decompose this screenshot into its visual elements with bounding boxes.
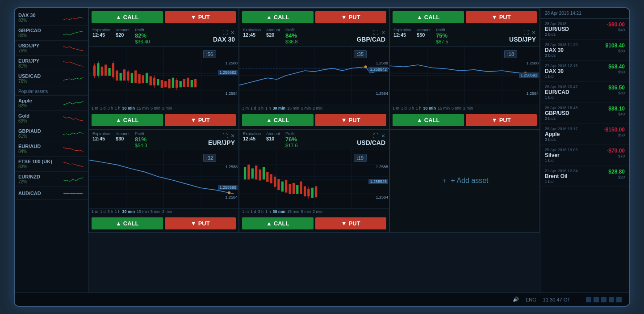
timer-dax30: :56 (203, 50, 216, 58)
sidebar-item-eurnzd[interactable]: EUR/NZD 72% (15, 172, 88, 187)
panel-header-gbpcad: Expiration 12:45 Amount $20 Profit 84% $… (239, 26, 389, 47)
put-button-dax30-b[interactable]: ▼ PUT (165, 114, 236, 126)
panel-top-usdjpy: ▲ CALL ▼ PUT (390, 8, 539, 26)
panel-usdjpy: ▲ CALL ▼ PUT Expiration 12:45 (389, 8, 540, 129)
sidebar-item-ftse[interactable]: FTSE 100 (UK) 83% (15, 157, 88, 172)
svg-point-48 (364, 65, 367, 68)
close-icon-usdjpy[interactable]: ✕ (531, 30, 536, 36)
panel-header-eurjpy: Expiration 12:45 Amount $30 Profit 81% $… (89, 130, 238, 150)
svg-rect-75 (259, 170, 261, 180)
grid-btn-3[interactable] (601, 297, 606, 302)
expand-icon-gbpcad[interactable]: ⛶ (373, 30, 378, 36)
panel-bottom-eurjpy: ▲ CALL ▼ PUT (89, 215, 238, 232)
grid-btn-4[interactable] (609, 297, 614, 302)
grid-btn-2[interactable] (594, 297, 599, 302)
call-button-usdjpy[interactable]: ▲ CALL (393, 11, 464, 23)
sidebar-item-gbpcad[interactable]: GBP/CAD 80% (15, 25, 88, 41)
put-button-usdjpy[interactable]: ▼ PUT (466, 11, 537, 23)
svg-rect-30 (165, 81, 167, 87)
chart-eurjpy: :32 1.2588 1.2584 1.258598 (89, 150, 238, 208)
sidebar-item-apple[interactable]: Apple 82% (15, 96, 88, 111)
svg-rect-31 (168, 79, 170, 88)
svg-point-64 (228, 191, 230, 194)
call-button-gbpcad[interactable]: ▲ CALL (242, 11, 314, 23)
svg-rect-15 (116, 71, 118, 81)
close-icon-eurjpy[interactable]: ✕ (230, 133, 235, 139)
terminal: DAX 30 82% GBP/CAD 80% USD/JPY (14, 7, 630, 307)
call-button-usdcad-b[interactable]: ▲ CALL (242, 217, 314, 229)
panel-header-usdjpy: Expiration 12:45 Amount $50 Profit 75% $… (390, 26, 539, 47)
panel-header-usdcad: Expiration 12:45 Amount $10 Profit 76% $… (239, 130, 389, 150)
panel-eurjpy: Expiration 12:45 Amount $30 Profit 81% $… (88, 129, 239, 233)
history-item-silver[interactable]: 25 Apr 2016 19:05 Silver 1 bid -$70.00 $… (540, 145, 629, 166)
history-item-eurcad[interactable]: 26 Apr 2016 20:47 EUR/CAD 1 bid $36.50 $… (540, 82, 629, 103)
sidebar-item-gold[interactable]: Gold 69% (15, 111, 88, 126)
call-button-dax30[interactable]: ▲ CALL (92, 11, 163, 23)
grid-btn-5[interactable] (616, 297, 622, 302)
sidebar-item-dax30[interactable]: DAX 30 82% (15, 10, 88, 25)
sidebar-item-eurjpy[interactable]: EUR/JPY 81% (15, 56, 88, 71)
call-button-dax30-b[interactable]: ▲ CALL (92, 114, 163, 126)
timeframe-bar-gbpcad: 1 m 1 d 3 h 1 h 30 min 15 min 5 min 2 mi… (239, 105, 389, 111)
svg-rect-21 (135, 71, 137, 83)
put-button-usdjpy-b[interactable]: ▼ PUT (466, 114, 537, 126)
main-content: ▲ CALL ▼ PUT Expiration 12:45 (88, 8, 540, 293)
history-item-dax30-2[interactable]: 27 Apr 2016 12:15 DAX 30 1 bid $68.40 $5… (540, 61, 629, 82)
grid-btn-1[interactable] (586, 297, 591, 302)
svg-rect-81 (278, 179, 280, 190)
sidebar-item-audcad[interactable]: AUD/CAD (15, 187, 88, 200)
volume-icon[interactable]: 🔊 (513, 297, 519, 302)
sidebar-item-usdcad[interactable]: USD/CAD 76% (15, 71, 88, 86)
panel-usdcad: Expiration 12:45 Amount $10 Profit 76% $… (239, 129, 389, 233)
timer-usdjpy: :18 (504, 50, 517, 58)
add-asset-button[interactable]: ＋ + Add asset (441, 176, 488, 186)
history-item-dax30-1[interactable]: 28 Apr 2016 11:20 DAX 30 3 bids $108.40 … (540, 40, 629, 61)
sidebar-item-usdjpy[interactable]: USD/JPY 75% (15, 41, 88, 56)
svg-rect-17 (123, 70, 125, 81)
add-asset-panel[interactable]: ＋ + Add asset (389, 129, 540, 233)
timer-usdcad: :19 (354, 154, 367, 162)
sidebar-item-euraud[interactable]: EUR/AUD 84% (15, 141, 88, 157)
svg-rect-10 (101, 67, 103, 75)
language-selector[interactable]: ENG (526, 297, 536, 302)
svg-rect-23 (142, 76, 144, 83)
history-header: 28 Apr 2016 14:21 (540, 8, 629, 19)
call-button-gbpcad-b[interactable]: ▲ CALL (242, 114, 314, 126)
clock: 11:30:47 GT (543, 297, 570, 302)
put-button-eurjpy-b[interactable]: ▼ PUT (165, 217, 236, 229)
expand-icon-dax30[interactable]: ⛶ (222, 30, 228, 36)
panel-bottom-usdcad: ▲ CALL ▼ PUT (239, 215, 389, 232)
history-item-apple[interactable]: 25 Apr 2016 19:17 Apple 3 bids -$150.00 … (540, 124, 629, 145)
put-button-dax30[interactable]: ▼ PUT (165, 11, 236, 23)
sidebar: DAX 30 82% GBP/CAD 80% USD/JPY (15, 8, 88, 293)
svg-rect-37 (187, 78, 189, 86)
close-icon-dax30[interactable]: ✕ (230, 30, 235, 36)
expand-icon-eurjpy[interactable]: ⛶ (222, 133, 228, 139)
svg-rect-87 (300, 182, 302, 194)
panel-dax30: ▲ CALL ▼ PUT Expiration 12:45 (88, 8, 239, 129)
svg-rect-38 (191, 81, 192, 87)
close-icon-gbpcad[interactable]: ✕ (381, 30, 385, 36)
current-price-gbpcad: 1.258642 (368, 67, 388, 72)
call-button-eurjpy-b[interactable]: ▲ CALL (92, 217, 163, 229)
svg-rect-82 (281, 182, 283, 191)
put-button-gbpcad[interactable]: ▼ PUT (315, 11, 387, 23)
current-price-eurjpy: 1.258598 (218, 185, 238, 190)
svg-rect-91 (311, 188, 313, 198)
put-button-usdcad-b[interactable]: ▼ PUT (315, 217, 387, 229)
sidebar-item-gbpaud[interactable]: GBP/AUD 61% (15, 126, 88, 141)
history-item-gbpusd[interactable]: 26 Apr 2016 16:48 GBP/USD 2 bids $88.10 … (540, 103, 629, 124)
history-item-brentoil[interactable]: 21 Apr 2016 10:34 Brent Oil 1 bid $28.80… (540, 166, 629, 187)
expand-icon-usdjpy[interactable]: ⛶ (523, 30, 529, 36)
svg-rect-32 (172, 78, 174, 88)
expand-icon-usdcad[interactable]: ⛶ (373, 133, 378, 139)
svg-rect-85 (293, 183, 294, 194)
call-button-usdjpy-b[interactable]: ▲ CALL (393, 114, 464, 126)
svg-rect-71 (244, 167, 246, 179)
history-item-eurusd[interactable]: 28 Apr 2016 EUR/USD 2 bids -$80.00 $40 (540, 19, 629, 40)
close-icon-usdcad[interactable]: ✕ (381, 133, 385, 139)
svg-rect-24 (146, 73, 148, 83)
grid-layout-buttons[interactable] (586, 297, 623, 302)
put-button-gbpcad-b[interactable]: ▼ PUT (315, 114, 387, 126)
svg-rect-72 (248, 165, 250, 179)
